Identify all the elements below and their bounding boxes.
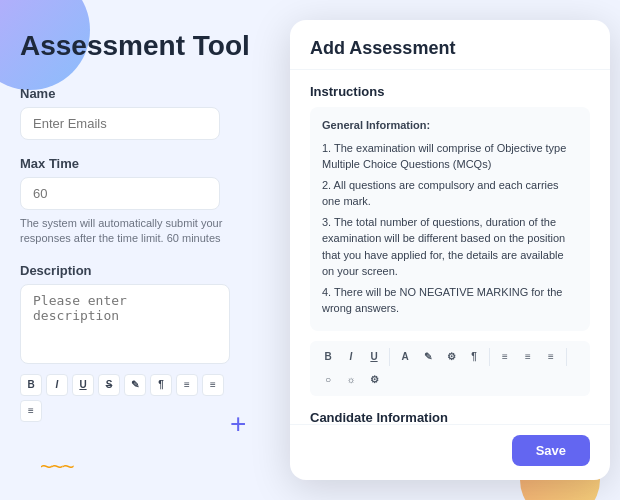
bold-btn[interactable]: B [318,347,338,367]
bg-wave-decoration: ~~~ [40,454,73,480]
toolbar-sep-3 [566,348,567,366]
maxtime-label: Max Time [20,156,280,171]
underline-btn[interactable]: U [364,347,384,367]
left-panel: Assessment Tool Name Max Time The system… [20,30,280,438]
maxtime-input[interactable] [20,177,220,210]
modal-title: Add Assessment [310,38,590,59]
instruction-2: 2. All questions are compulsory and each… [322,177,578,210]
desc-bold-btn[interactable]: B [20,374,42,396]
para-btn[interactable]: ¶ [464,347,484,367]
name-section: Name [20,86,280,140]
description-toolbar: B I U S ✎ ¶ ≡ ≡ ≡ [20,374,230,422]
editor-toolbar: B I U A ✎ ⚙ ¶ ≡ ≡ ≡ ○ ☼ ⚙ [310,341,590,396]
desc-underline-btn[interactable]: U [72,374,94,396]
list-btn[interactable]: ○ [318,370,338,390]
instructions-heading: General Information: [322,117,578,134]
description-label: Description [20,263,280,278]
link-btn[interactable]: ✎ [418,347,438,367]
modal-header: Add Assessment [290,20,610,70]
description-section: Description B I U S ✎ ¶ ≡ ≡ ≡ [20,263,280,422]
align-right-btn[interactable]: ≡ [541,347,561,367]
desc-para-btn[interactable]: ¶ [150,374,172,396]
maxtime-hint: The system will automatically submit you… [20,216,240,247]
modal-footer: Save [290,424,610,480]
color-btn[interactable]: A [395,347,415,367]
align-center-btn[interactable]: ≡ [518,347,538,367]
description-input[interactable] [20,284,230,364]
desc-link-btn[interactable]: ✎ [124,374,146,396]
modal-body[interactable]: Instructions General Information: 1. The… [290,70,610,424]
candidate-section-title: Candidate Information [310,410,590,425]
candidate-section: Candidate Information Name Email Work Ex… [310,410,590,425]
instruction-4: 4. There will be NO NEGATIVE MARKING for… [322,284,578,317]
name-input[interactable] [20,107,220,140]
image-btn[interactable]: ⚙ [441,347,461,367]
instruction-1: 1. The examination will comprise of Obje… [322,140,578,173]
desc-align-center-btn[interactable]: ≡ [202,374,224,396]
align-left-btn[interactable]: ≡ [495,347,515,367]
maxtime-section: Max Time The system will automatically s… [20,156,280,247]
instructions-box: General Information: 1. The examination … [310,107,590,331]
settings-btn[interactable]: ⚙ [364,370,384,390]
instructions-section-title: Instructions [310,84,590,99]
desc-align-right-btn[interactable]: ≡ [20,400,42,422]
instruction-3: 3. The total number of questions, durati… [322,214,578,280]
app-title: Assessment Tool [20,30,280,62]
sun-btn[interactable]: ☼ [341,370,361,390]
desc-italic-btn[interactable]: I [46,374,68,396]
name-label: Name [20,86,280,101]
toolbar-sep-1 [389,348,390,366]
desc-strike-btn[interactable]: S [98,374,120,396]
add-assessment-modal: Add Assessment Instructions General Info… [290,20,610,480]
desc-align-left-btn[interactable]: ≡ [176,374,198,396]
save-button[interactable]: Save [512,435,590,466]
toolbar-sep-2 [489,348,490,366]
italic-btn[interactable]: I [341,347,361,367]
